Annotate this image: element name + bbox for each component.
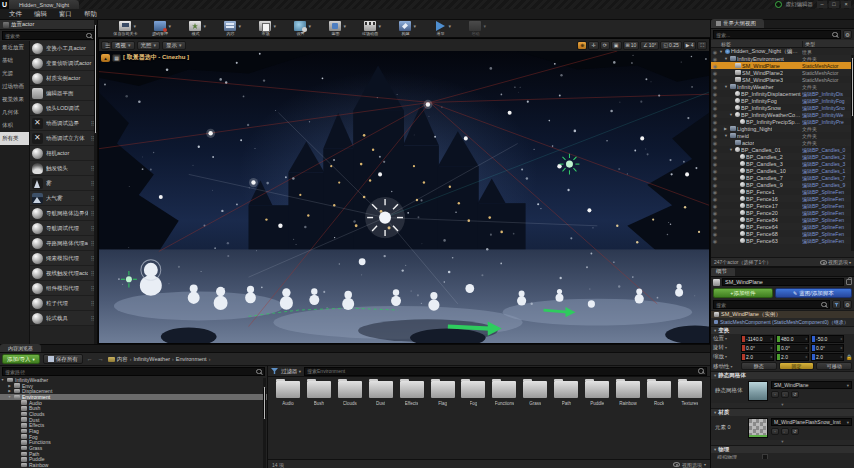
place-actor-item[interactable]: 相机actor ⠿ xyxy=(30,146,97,161)
toolbar-button[interactable]: 蓝图 xyxy=(318,21,352,36)
place-actor-item[interactable]: 编辑器平面 ⠿ xyxy=(30,86,97,101)
outliner-row[interactable]: ◉ ▶ Lighting_Night 文件夹 xyxy=(711,125,854,132)
outliner-row[interactable]: ◉ BP_Fence17 编辑BP_SplineFen xyxy=(711,202,854,209)
visibility-eye-icon[interactable]: ◉ xyxy=(711,105,719,111)
visibility-eye-icon[interactable]: ◉ xyxy=(711,84,719,90)
outliner-row-type[interactable]: 编辑BP_Candles_3 xyxy=(802,161,854,167)
folder-tile[interactable]: Textures xyxy=(676,381,704,406)
window-control-button[interactable]: × xyxy=(841,1,851,8)
visibility-eye-icon[interactable]: ◉ xyxy=(711,147,719,153)
visibility-eye-icon[interactable]: ◉ xyxy=(711,70,719,76)
expander-icon[interactable]: ▼ xyxy=(7,395,12,399)
folder-tile[interactable]: Flag xyxy=(429,381,457,406)
visibility-eye-icon[interactable]: ◉ xyxy=(711,231,719,237)
place-actor-item[interactable]: 雾 ⠿ xyxy=(30,176,97,191)
folder-tile[interactable]: Dust xyxy=(367,381,395,406)
outliner-row-type[interactable]: 世界 xyxy=(802,49,854,55)
scale-snap-button[interactable]: ◱ 0.25 xyxy=(660,41,681,50)
outliner-row[interactable]: ◉ BP_Fence20 编辑BP_SplineFen xyxy=(711,209,854,216)
outliner-row-type[interactable]: StaticMeshActor xyxy=(802,77,854,83)
visibility-eye-icon[interactable]: ◉ xyxy=(711,49,719,55)
place-actors-search-input[interactable] xyxy=(5,33,86,39)
sun-gizmo[interactable] xyxy=(365,197,405,238)
place-actors-category[interactable]: 视觉效果 xyxy=(0,93,29,106)
outliner-row[interactable]: ◉ BP_Candles_10 编辑BP_Candles_1 xyxy=(711,167,854,174)
outliner-row-type[interactable]: 文件夹 xyxy=(802,56,854,62)
folder-tile[interactable]: Functions xyxy=(490,381,518,406)
menu-item[interactable]: 编辑 xyxy=(29,9,52,20)
outliner-row-type[interactable]: 编辑BP_InfinityDis xyxy=(802,91,854,97)
visibility-eye-icon[interactable]: ◉ xyxy=(711,203,719,209)
z-field[interactable]: -50.0 xyxy=(811,335,844,343)
outliner-row[interactable]: ◉ BP_Candles_2 编辑BP_Candles_2 xyxy=(711,153,854,160)
folder-tile[interactable]: Clouds xyxy=(336,381,364,406)
place-actor-item[interactable]: 变换小工具actor ⠿ xyxy=(30,41,97,56)
place-actor-item[interactable]: 大气雾 ⠿ xyxy=(30,191,97,206)
place-actors-category[interactable]: 光源 xyxy=(0,67,29,80)
path-search-input[interactable] xyxy=(5,369,256,375)
outliner-row[interactable]: ◉ SM_WindPlane StaticMeshActor xyxy=(711,62,854,69)
place-actor-item[interactable]: 粒子代理 ⠿ xyxy=(30,296,97,311)
outliner-row[interactable]: ◉ actor 文件夹 xyxy=(711,139,854,146)
visibility-eye-icon[interactable]: ◉ xyxy=(711,119,719,125)
place-actors-category[interactable]: 基础 xyxy=(0,54,29,67)
outliner-row[interactable]: ◉ BP_Fence68 编辑BP_SplineFen xyxy=(711,230,854,237)
column-label[interactable]: 标签 xyxy=(711,41,802,47)
assets-search[interactable] xyxy=(304,367,707,376)
outliner-row[interactable]: ◉ BP_Fence1 编辑BP_SplineFen xyxy=(711,188,854,195)
visibility-eye-icon[interactable]: ◉ xyxy=(711,224,719,230)
outliner-row[interactable]: ◉ BP_InfinityDisplacement 编辑BP_InfinityD… xyxy=(711,90,854,97)
folder-tile[interactable]: Rock xyxy=(645,381,673,406)
material-thumbnail[interactable] xyxy=(748,418,768,438)
outliner-row[interactable]: ◉ ▼ Hidden_Snow_Night（编辑器） 世界 xyxy=(711,48,854,55)
outliner-row[interactable]: ◉ BP_Fence63 编辑BP_SplineFen xyxy=(711,237,854,244)
outliner-row[interactable]: ◉ BP_InfinitySnow 编辑BP_InfinitySno xyxy=(711,104,854,111)
mobility-option[interactable]: 可移动 xyxy=(816,362,852,370)
add-import-button[interactable]: 添加/导入 xyxy=(2,354,40,364)
place-actors-category[interactable]: 体积 xyxy=(0,119,29,132)
x-field[interactable]: -1140.0 xyxy=(741,335,774,343)
place-actor-item[interactable]: 导航调试代理 ⠿ xyxy=(30,221,97,236)
transform-row-label[interactable]: 缩放 xyxy=(713,353,739,360)
y-field[interactable]: 0.0° xyxy=(776,344,809,352)
transform-row-label[interactable]: 位置 xyxy=(713,335,739,342)
lock-icon[interactable] xyxy=(846,279,852,285)
place-actors-category[interactable]: 过场动画 xyxy=(0,80,29,93)
camera-icon[interactable]: ▦ xyxy=(112,54,121,62)
place-actors-search[interactable] xyxy=(2,31,95,40)
outliner-row[interactable]: ◉ ▼ InfinityEnvironment 文件夹 xyxy=(711,55,854,62)
expander-icon[interactable]: ▼ xyxy=(724,133,729,138)
visibility-eye-icon[interactable]: ◉ xyxy=(711,217,719,223)
outliner-row-type[interactable]: 编辑BP_Candles_2 xyxy=(802,154,854,160)
reset-icon[interactable]: ↺ xyxy=(791,428,799,435)
gizmo-coordinate-button[interactable]: ⊕ xyxy=(577,41,587,50)
rotation-snap-button[interactable]: ∠ 10° xyxy=(640,41,659,50)
camera-speed-button[interactable]: ▶ 4 xyxy=(683,41,697,50)
breadcrumb-item[interactable]: 内容 xyxy=(117,356,128,363)
expander-icon[interactable]: ▼ xyxy=(719,49,724,54)
static-mesh-dropdown[interactable]: SM_WindPlane xyxy=(771,381,852,389)
axis-lock-icon[interactable]: 🔒 xyxy=(846,354,852,360)
window-control-button[interactable]: – xyxy=(817,1,827,8)
outliner-row[interactable]: ◉ ▼ meid 文件夹 xyxy=(711,132,854,139)
assets-search-input[interactable] xyxy=(307,368,698,374)
visibility-eye-icon[interactable]: ◉ xyxy=(711,238,719,244)
outliner-row-type[interactable]: 文件夹 xyxy=(802,84,854,90)
reset-icon[interactable]: ↺ xyxy=(791,391,799,398)
x-field[interactable]: 0.0° xyxy=(741,344,774,352)
content-browser-tab[interactable]: 内容浏览器 xyxy=(0,344,41,352)
outliner-row-type[interactable]: 编辑BP_SplineFen xyxy=(802,231,854,237)
use-selected-icon[interactable]: ← xyxy=(781,391,789,398)
folder-tile[interactable]: Audio xyxy=(274,381,302,406)
toolbar-button[interactable]: 市场 xyxy=(248,21,282,36)
viewport-options-button[interactable] xyxy=(101,41,109,50)
viewport-perspective-button[interactable]: 透视 xyxy=(111,41,135,50)
toolbar-button[interactable]: 模式 xyxy=(178,21,212,36)
content-view-options[interactable]: 视图选项▾ xyxy=(673,462,706,468)
outliner-row-type[interactable]: 编辑BP_SplineFen xyxy=(802,238,854,244)
outliner-row-type[interactable]: 文件夹 xyxy=(802,126,854,132)
visibility-eye-icon[interactable]: ◉ xyxy=(711,63,719,69)
folder-tile[interactable]: Grass xyxy=(521,381,549,406)
physics-section-header[interactable]: 物理 xyxy=(711,445,854,453)
viewport-show-button[interactable]: 显示 xyxy=(162,41,186,50)
